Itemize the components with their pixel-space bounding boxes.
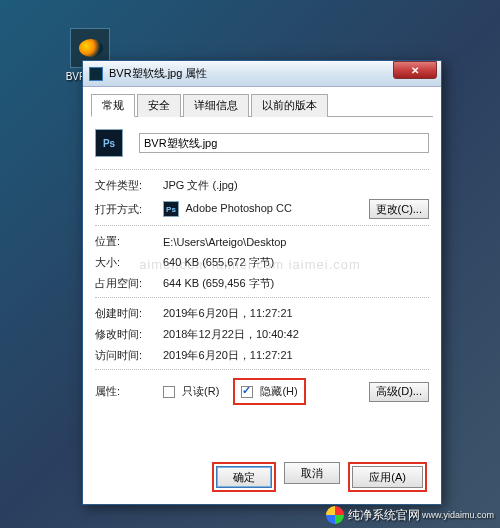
- openwith-text: Adobe Photoshop CC: [185, 202, 291, 214]
- filename-input[interactable]: [139, 133, 429, 153]
- brand-name: 纯净系统官网: [348, 507, 420, 524]
- filetype-label: 文件类型:: [95, 178, 163, 193]
- title-text: BVR塑软线.jpg 属性: [109, 66, 441, 81]
- tab-general[interactable]: 常规: [91, 94, 135, 117]
- title-icon: [89, 67, 103, 81]
- location-label: 位置:: [95, 234, 163, 249]
- readonly-label: 只读(R): [182, 385, 219, 397]
- location-value: E:\Users\Arteigo\Desktop: [163, 236, 429, 248]
- tab-previous-versions[interactable]: 以前的版本: [251, 94, 328, 117]
- brand-url: www.yidaimu.com: [422, 510, 494, 520]
- cancel-button[interactable]: 取消: [284, 462, 340, 484]
- properties-dialog: BVR塑软线.jpg 属性 常规 安全 详细信息 以前的版本 Ps 文件类型: …: [82, 60, 442, 505]
- openwith-label: 打开方式:: [95, 202, 163, 217]
- filetype-value: JPG 文件 (.jpg): [163, 178, 429, 193]
- hidden-label: 隐藏(H): [260, 385, 297, 397]
- modified-label: 修改时间:: [95, 327, 163, 342]
- client-area: 常规 安全 详细信息 以前的版本 Ps 文件类型: JPG 文件 (.jpg) …: [83, 87, 441, 504]
- titlebar[interactable]: BVR塑软线.jpg 属性: [83, 61, 441, 87]
- apply-highlight: 应用(A): [348, 462, 427, 492]
- hidden-highlight: 隐藏(H): [233, 378, 305, 405]
- created-value: 2019年6月20日，11:27:21: [163, 306, 429, 321]
- sizeondisk-value: 644 KB (659,456 字节): [163, 276, 429, 291]
- apply-button[interactable]: 应用(A): [352, 466, 423, 488]
- openwith-value: Ps Adobe Photoshop CC: [163, 201, 369, 217]
- change-button[interactable]: 更改(C)...: [369, 199, 429, 219]
- close-button[interactable]: [393, 61, 437, 79]
- created-label: 创建时间:: [95, 306, 163, 321]
- dialog-footer: 确定 取消 应用(A): [91, 454, 433, 496]
- readonly-checkbox-wrap[interactable]: 只读(R): [163, 384, 219, 399]
- accessed-label: 访问时间:: [95, 348, 163, 363]
- tab-strip: 常规 安全 详细信息 以前的版本: [91, 93, 433, 117]
- size-value: 640 KB (655,672 字节): [163, 255, 429, 270]
- attributes-label: 属性:: [95, 384, 163, 399]
- hidden-checkbox-wrap[interactable]: 隐藏(H): [241, 384, 297, 399]
- accessed-value: 2019年6月20日，11:27:21: [163, 348, 429, 363]
- brand-badge: 纯净系统官网 www.yidaimu.com: [326, 506, 494, 524]
- readonly-checkbox[interactable]: [163, 386, 175, 398]
- ok-highlight: 确定: [212, 462, 276, 492]
- hidden-checkbox[interactable]: [241, 386, 253, 398]
- modified-value: 2018年12月22日，10:40:42: [163, 327, 429, 342]
- sizeondisk-label: 占用空间:: [95, 276, 163, 291]
- photoshop-icon: Ps: [95, 129, 123, 157]
- photoshop-small-icon: Ps: [163, 201, 179, 217]
- ok-button[interactable]: 确定: [216, 466, 272, 488]
- tab-security[interactable]: 安全: [137, 94, 181, 117]
- tab-content: Ps 文件类型: JPG 文件 (.jpg) 打开方式: Ps Adobe Ph…: [91, 125, 433, 454]
- tab-details[interactable]: 详细信息: [183, 94, 249, 117]
- advanced-button[interactable]: 高级(D)...: [369, 382, 429, 402]
- brand-logo-icon: [326, 506, 344, 524]
- size-label: 大小:: [95, 255, 163, 270]
